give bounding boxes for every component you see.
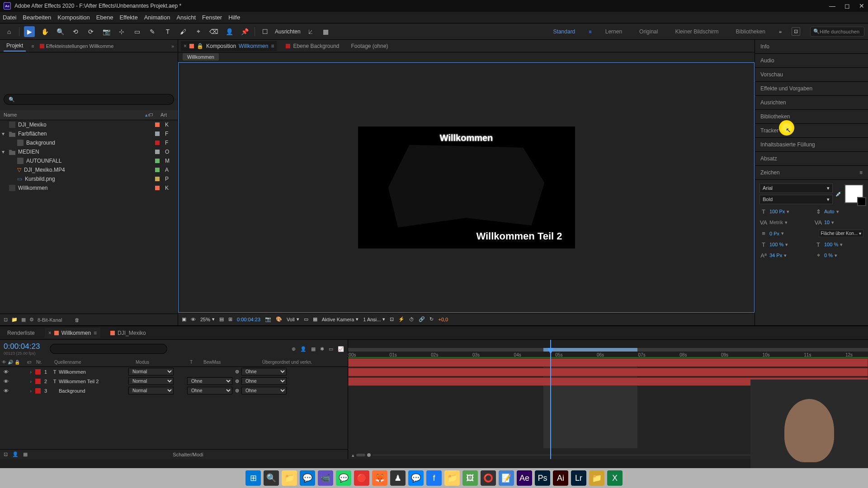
tl-frame-icon[interactable]: ▭ <box>329 346 333 352</box>
views-dropdown[interactable]: 1 Ansi... ▾ <box>363 316 385 322</box>
label-chip-icon[interactable] <box>155 150 160 154</box>
panel-info[interactable]: Info <box>755 40 868 54</box>
menu-effekte[interactable]: Effekte <box>119 14 137 21</box>
panel-audio[interactable]: Audio <box>755 54 868 68</box>
leading-value[interactable]: Auto <box>824 209 835 214</box>
tab-project[interactable]: Projekt <box>4 41 26 52</box>
taskbar-icon-8[interactable]: ♟ <box>390 470 406 486</box>
layer-color-chip-icon[interactable] <box>35 379 41 384</box>
tl-shy-icon[interactable]: 👤 <box>300 346 307 352</box>
visibility-toggle-icon[interactable]: 👁 <box>2 369 10 375</box>
taskbar-icon-14[interactable]: 📝 <box>499 470 514 486</box>
project-search-input[interactable]: 🔍 <box>4 94 174 105</box>
camera-dropdown[interactable]: Aktive Kamera ▾ <box>322 316 359 322</box>
font-family-dropdown[interactable]: Arial ▾ <box>760 183 833 193</box>
col-nr[interactable]: Nr. <box>36 360 54 365</box>
snap-grid-icon[interactable]: ▦ <box>321 26 331 37</box>
font-size-value[interactable]: 100 Px <box>769 209 785 214</box>
col-t[interactable]: T <box>190 360 203 365</box>
blend-mode-dropdown[interactable]: Normal <box>128 368 174 375</box>
project-item-medien[interactable]: ▾MEDIENO <box>0 147 178 156</box>
trk-dropdown[interactable]: Ohne <box>187 377 232 385</box>
layer-twirl-icon[interactable]: › <box>26 388 35 394</box>
refresh-icon[interactable]: ↻ <box>429 316 434 322</box>
taskbar-icon-12[interactable]: 🖼 <box>462 470 478 486</box>
blend-mode-dropdown[interactable]: Normal <box>128 387 174 394</box>
project-item-dji-mexiko-mp4[interactable]: ▽DJI_Mexiko.MP4A <box>0 165 178 174</box>
col-visibility[interactable]: 👁 🔊 🔒 <box>2 360 27 365</box>
zoom-tool-icon[interactable]: 🔍 <box>55 26 66 37</box>
parent-pickwhip-icon[interactable]: ⊚ <box>232 388 241 394</box>
channel-icon[interactable]: 🎨 <box>276 316 282 322</box>
puppet-tool-icon[interactable]: 📌 <box>239 26 250 37</box>
project-menu-icon[interactable]: ≡ <box>31 43 34 49</box>
font-style-dropdown[interactable]: Bold ▾ <box>760 195 833 204</box>
snapshot-icon[interactable]: 📷 <box>265 316 271 322</box>
project-item-background[interactable]: BackgroundF <box>0 138 178 147</box>
selection-tool-icon[interactable]: ▶ <box>24 26 35 37</box>
taskbar-icon-1[interactable]: 🔍 <box>264 470 279 486</box>
tab-effect-controls[interactable]: Effekteinstellungen Willkomme <box>40 43 114 49</box>
label-chip-icon[interactable] <box>155 159 160 163</box>
roi-icon[interactable]: ▭ <box>304 316 308 322</box>
project-item-kursbild-png[interactable]: ▭Kursbild.pngP <box>0 174 178 183</box>
menu-animation[interactable]: Animation <box>144 14 170 21</box>
panel-more-icon[interactable]: » <box>171 43 174 49</box>
type-tool-icon[interactable]: T <box>162 26 173 37</box>
project-item-autounfall[interactable]: AUTOUNFALLM <box>0 156 178 165</box>
rect-tool-icon[interactable]: ▭ <box>132 26 142 37</box>
parent-dropdown[interactable]: Ohne <box>241 387 287 394</box>
project-item-dji-mexiko[interactable]: DJI_MexikoK <box>0 120 178 129</box>
timeline-layer-3[interactable]: 👁›3BackgroundNormalOhne⊚Ohne <box>0 386 348 395</box>
stroke-color-swatch[interactable] <box>857 197 866 206</box>
parent-pickwhip-icon[interactable]: ⊚ <box>232 378 241 384</box>
vscale-value[interactable]: 100 % <box>769 242 783 247</box>
taskbar-icon-15[interactable]: Ae <box>517 470 532 486</box>
fast-preview-icon[interactable]: ⚡ <box>398 316 405 322</box>
taskbar-icon-10[interactable]: f <box>426 470 442 486</box>
taskbar-icon-20[interactable]: X <box>607 470 623 486</box>
taskbar-icon-19[interactable]: 📁 <box>589 470 604 486</box>
label-chip-icon[interactable] <box>155 131 160 136</box>
menu-ebene[interactable]: Ebene <box>96 14 113 21</box>
lock-icon[interactable]: 🔒 <box>197 43 203 49</box>
workspace-bibliotheken[interactable]: Bibliotheken <box>732 27 769 37</box>
close-button[interactable]: ✕ <box>859 2 864 9</box>
tl-comp-icon[interactable]: ⊕ <box>292 346 296 352</box>
panel-bibliotheken[interactable]: Bibliotheken <box>755 110 868 124</box>
tab-timeline-willkommen[interactable]: × Willkommen ≡ <box>45 328 100 338</box>
twirl-icon[interactable]: ▾ <box>2 149 6 155</box>
snap-options-icon[interactable]: ⟀ <box>305 26 316 37</box>
maximize-button[interactable]: ◻ <box>844 2 850 9</box>
render-icon[interactable]: 👁 <box>191 317 196 322</box>
help-search-input[interactable]: 🔍 Hilfe durchsuchen <box>810 27 864 37</box>
grid-icon[interactable]: ⊞ <box>228 316 232 322</box>
anchor-tool-icon[interactable]: ⊹ <box>116 26 127 37</box>
layer-twirl-icon[interactable]: › <box>26 369 35 375</box>
adjust-icon[interactable]: ⚙ <box>29 317 34 323</box>
workspace-kleiner[interactable]: Kleiner Bildschirm <box>671 27 722 37</box>
col-label-header[interactable]: 🏷 <box>148 112 160 118</box>
tl-frame-toggle-icon[interactable]: ▦ <box>23 451 28 457</box>
baseline-value[interactable]: 34 Px <box>769 253 782 258</box>
col-type-header[interactable]: Art <box>160 112 174 118</box>
tab-footage[interactable]: Footage (ohne) <box>349 41 391 51</box>
taskbar-icon-13[interactable]: ⭕ <box>481 470 496 486</box>
fill-color-swatch[interactable] <box>844 184 863 203</box>
panel-vorschau[interactable]: Vorschau <box>755 68 868 82</box>
parent-pickwhip-icon[interactable]: ⊚ <box>232 369 241 375</box>
trk-dropdown[interactable]: Ohne <box>187 387 232 394</box>
camera-tool-icon[interactable]: 📷 <box>101 26 112 37</box>
taskbar-icon-6[interactable]: 🔴 <box>354 470 369 486</box>
timeline-icon[interactable]: ⏱ <box>409 317 414 322</box>
pixel-aspect-icon[interactable]: ⊡ <box>390 316 394 322</box>
tl-switches-label[interactable]: Schalter/Modi <box>32 452 344 457</box>
menu-bearbeiten[interactable]: Bearbeiten <box>23 14 51 21</box>
label-chip-icon[interactable] <box>155 186 160 190</box>
workspace-reset-icon[interactable]: ⊡ <box>792 27 800 36</box>
interpret-icon[interactable]: ⊡ <box>4 317 8 323</box>
twirl-icon[interactable]: ▾ <box>2 131 6 137</box>
timeline-ruler[interactable]: :00s01s02s03s04s05s06s07s08s09s10s11s12s <box>348 340 868 358</box>
label-chip-icon[interactable] <box>155 141 160 145</box>
timeline-layer-1[interactable]: 👁›1TWillkommenNormal⊚Ohne <box>0 367 348 376</box>
